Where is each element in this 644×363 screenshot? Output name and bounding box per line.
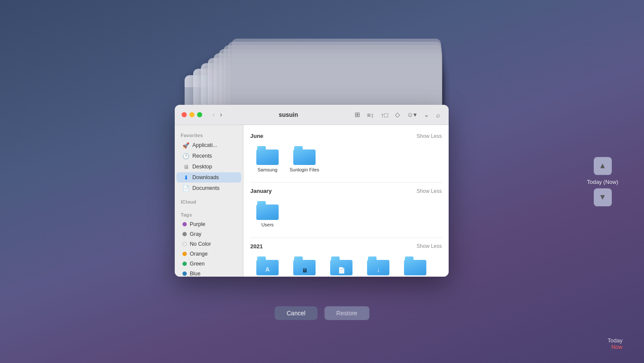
today-label: Today [608,337,623,344]
section-divider-1 [250,182,442,183]
dumpmedia-folder-icon [404,256,426,275]
june-files-grid: Samsung Sunlogin Files [250,143,442,175]
june-section-header: June Show Less [250,133,442,139]
time-label: Today (Now) [587,178,618,185]
2021-files-grid: Applications Desktop Documents [250,254,442,277]
gray-tag-dot [182,232,187,236]
january-files-grid: Users [250,198,442,230]
january-section-title: January [250,188,272,194]
documents-2021-folder-icon [330,256,352,275]
minimize-button[interactable] [189,112,194,117]
sidebar-tag-purple[interactable]: Purple [176,220,241,229]
january-section-header: January Show Less [250,188,442,194]
desktop-2021-folder-icon [293,256,316,275]
file-item-users[interactable]: Users [250,198,285,230]
sidebar-documents-label: Documents [192,185,219,191]
documents-icon: 📄 [182,185,189,192]
purple-tag-dot [182,222,187,226]
scroll-down-button[interactable]: ▼ [594,188,612,206]
gray-tag-label: Gray [190,231,201,237]
title-bar: ‹ › susuin ⊞ ≡↕ ↑□ ◇ ☺▾ ⌄ ⌕ [175,105,449,125]
window-title: susuin [229,111,348,118]
green-tag-dot [182,262,187,266]
january-show-less-button[interactable]: Show Less [416,188,442,194]
blue-tag-label: Blue [190,271,200,277]
view-icon-list[interactable]: ≡↕ [365,110,376,119]
search-icon[interactable]: ⌕ [434,110,442,119]
orange-tag-label: Orange [190,251,208,257]
sidebar-desktop-label: Desktop [192,164,212,170]
2021-show-less-button[interactable]: Show Less [416,243,442,249]
file-item-dumpmedia[interactable]: DumpMedia [398,254,432,277]
file-item-desktop-2021[interactable]: Desktop [287,254,322,277]
sidebar-item-desktop[interactable]: 🖥 Desktop [176,162,241,172]
scroll-up-icon: ▲ [599,162,607,171]
time-machine-controls: ▲ Today (Now) ▼ [587,157,618,206]
sidebar-section-tags: Tags [175,210,243,219]
applications-icon: 🚀 [182,142,189,149]
forward-button[interactable]: › [218,110,224,119]
sidebar-tag-blue[interactable]: Blue [176,269,241,277]
no-color-tag-dot [182,242,187,246]
downloads-2021-folder-icon [367,256,389,275]
sidebar-item-downloads[interactable]: ⬇ Downloads [176,172,241,183]
action-icon[interactable]: ☺▾ [405,110,419,119]
june-show-less-button[interactable]: Show Less [416,133,442,139]
sidebar-downloads-label: Downloads [192,174,219,180]
view-icon-grid[interactable]: ⊞ [353,110,362,119]
restore-button[interactable]: Restore [324,306,369,320]
orange-tag-dot [182,252,187,256]
back-button[interactable]: ‹ [211,110,216,119]
samsung-file-name: Samsung [258,167,277,173]
sunlogin-folder-icon [293,146,316,165]
sidebar-item-documents[interactable]: 📄 Documents [176,183,241,193]
cancel-button[interactable]: Cancel [275,306,318,320]
downloads-icon: ⬇ [182,174,189,181]
sunlogin-file-name: Sunlogin Files [289,167,319,173]
users-file-name: Users [261,222,274,228]
dropdown-icon[interactable]: ⌄ [422,110,431,119]
samsung-folder-icon [256,146,279,165]
file-item-applications-2021[interactable]: Applications [250,254,285,277]
purple-tag-label: Purple [190,221,205,227]
file-browser: June Show Less Samsung Sunlogin Fil [243,125,449,277]
sidebar-tag-gray[interactable]: Gray [176,229,241,239]
sidebar-item-recents[interactable]: 🕐 Recents [176,151,241,161]
sidebar-section-favorites: Favorites [175,130,243,140]
sidebar-item-applications[interactable]: 🚀 Applicati... [176,140,241,150]
2021-section-header: 2021 Show Less [250,243,442,250]
finder-window: ‹ › susuin ⊞ ≡↕ ↑□ ◇ ☺▾ ⌄ ⌕ Favorites 🚀 … [175,105,449,277]
bottom-time-labels: Today Now [608,337,623,350]
sidebar-tag-orange[interactable]: Orange [176,249,241,259]
close-button[interactable] [182,112,187,117]
2021-section-title: 2021 [250,243,263,250]
sidebar-applications-label: Applicati... [192,142,217,148]
scroll-up-button[interactable]: ▲ [594,157,612,175]
june-section-title: June [250,133,263,139]
blue-tag-dot [182,271,187,276]
file-item-samsung[interactable]: Samsung [250,143,285,175]
desktop-icon: 🖥 [182,163,189,170]
file-item-documents-2021[interactable]: Documents [324,254,358,277]
sidebar-tag-no-color[interactable]: No Color [176,239,241,249]
share-icon[interactable]: ↑□ [379,110,390,119]
file-item-downloads-2021[interactable]: Downloads [361,254,395,277]
dialog-buttons: Cancel Restore [275,306,370,320]
traffic-lights [182,112,202,117]
no-color-tag-label: No Color [190,241,211,247]
sidebar-tag-green[interactable]: Green [176,259,241,268]
green-tag-label: Green [190,261,205,267]
section-divider-2 [250,238,442,238]
maximize-button[interactable] [197,112,202,117]
recents-icon: 🕐 [182,153,189,159]
scroll-down-icon: ▼ [599,193,607,202]
sidebar: Favorites 🚀 Applicati... 🕐 Recents 🖥 Des… [175,125,243,277]
finder-body: Favorites 🚀 Applicati... 🕐 Recents 🖥 Des… [175,125,449,277]
file-item-sunlogin[interactable]: Sunlogin Files [287,143,322,175]
users-folder-icon [256,201,279,220]
tag-icon[interactable]: ◇ [393,110,402,119]
applications-2021-folder-icon [256,256,279,275]
sidebar-section-icloud: iCloud [175,197,243,206]
sidebar-recents-label: Recents [192,153,212,159]
nav-arrows: ‹ › [211,110,224,119]
